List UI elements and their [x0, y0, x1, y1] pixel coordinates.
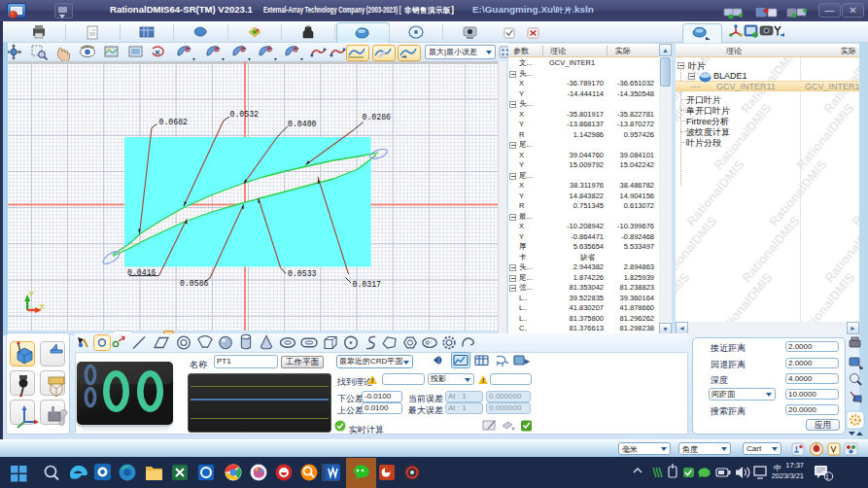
svg-text:0.0586: 0.0586 — [180, 279, 209, 288]
svg-text:0.0416: 0.0416 — [127, 268, 156, 277]
svg-text:1: 1 — [825, 473, 829, 480]
svg-text:X: X — [40, 302, 46, 311]
svg-text:0.0682: 0.0682 — [159, 118, 189, 126]
svg-text:0.0400: 0.0400 — [288, 120, 317, 128]
svg-text:0.0532: 0.0532 — [230, 110, 260, 119]
svg-text:Y: Y — [29, 290, 35, 298]
svg-text:0.0286: 0.0286 — [363, 113, 392, 122]
svg-text:0.0533: 0.0533 — [288, 269, 317, 278]
svg-text:0.0317: 0.0317 — [353, 280, 382, 289]
